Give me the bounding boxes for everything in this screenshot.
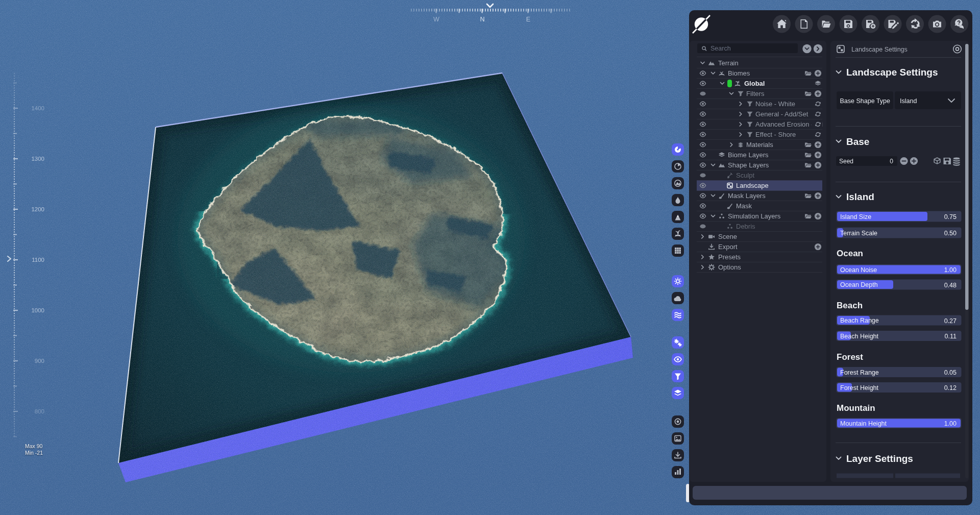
svg-text:0.50: 0.50 <box>944 230 957 237</box>
svg-text:Island Size: Island Size <box>840 213 871 220</box>
svg-text:Island: Island <box>900 97 917 105</box>
svg-text:Beach Range: Beach Range <box>840 317 879 324</box>
svg-text:0.12: 0.12 <box>944 384 957 391</box>
svg-text:Forest: Forest <box>837 352 863 362</box>
svg-text:Base: Base <box>846 136 869 147</box>
svg-text:Forest Height: Forest Height <box>840 384 879 391</box>
svg-text:Ocean Noise: Ocean Noise <box>840 266 877 274</box>
svg-text:Ocean Depth: Ocean Depth <box>840 281 878 288</box>
svg-text:Layer Settings: Layer Settings <box>846 453 913 464</box>
svg-text:Terrain Scale: Terrain Scale <box>840 230 877 237</box>
svg-text:Beach: Beach <box>837 301 863 310</box>
svg-text:Ocean: Ocean <box>837 249 863 258</box>
svg-text:0.11: 0.11 <box>945 333 957 340</box>
svg-text:Landscape Settings: Landscape Settings <box>846 67 938 78</box>
svg-text:Mountain: Mountain <box>837 403 875 413</box>
svg-text:0.48: 0.48 <box>944 282 957 289</box>
svg-text:Forest Range: Forest Range <box>840 369 879 376</box>
svg-text:Seed: Seed <box>839 158 853 165</box>
svg-text:0: 0 <box>890 158 893 165</box>
svg-text:Island: Island <box>846 191 874 202</box>
svg-text:1.00: 1.00 <box>944 266 957 274</box>
svg-text:Landscape Settings: Landscape Settings <box>851 46 908 53</box>
svg-text:Mountain Height: Mountain Height <box>840 420 887 427</box>
svg-text:0.27: 0.27 <box>944 317 957 325</box>
svg-text:0.05: 0.05 <box>944 369 957 376</box>
svg-text:Beach Height: Beach Height <box>840 333 879 340</box>
svg-text:1.00: 1.00 <box>944 420 957 427</box>
svg-text:0.75: 0.75 <box>944 213 957 220</box>
svg-text:Base Shape Type: Base Shape Type <box>840 97 891 105</box>
